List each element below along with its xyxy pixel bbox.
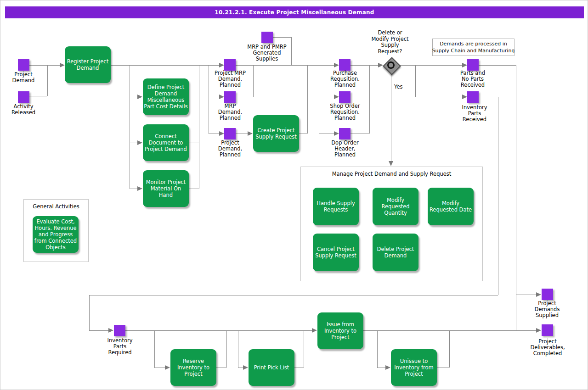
connector-line (398, 65, 463, 66)
activity-handle-supply-requests[interactable]: Handle Supply Requests (313, 188, 359, 225)
connector-line (415, 65, 416, 97)
event-project-mrp-demand-planned[interactable] (224, 59, 236, 71)
connector-line (236, 134, 248, 134)
event-label-purchase-requsition-planned: Purchase Requsition, Planned (311, 70, 379, 88)
connector-line (351, 134, 369, 134)
event-inventory-parts-received[interactable] (467, 91, 479, 103)
arrowhead-icon (137, 186, 142, 191)
activity-issue-from-inventory-to-project[interactable]: Issue from Inventory to Project (317, 312, 363, 349)
connector-line (351, 65, 369, 66)
connector-line (319, 134, 334, 134)
arrowhead-icon (248, 131, 253, 136)
connector-line (319, 97, 334, 97)
arrowhead-icon (334, 95, 339, 99)
arrowhead-icon (378, 63, 383, 67)
activity-define-project-demand-miscellaneous-part-cost-details[interactable]: Define Project Demand Miscellaneous Part… (143, 78, 189, 115)
activity-evaluate-cost-hours-revenue-and-progress-from-connected-objects[interactable]: Evaluate Cost, Hours, Revenue and Progre… (33, 216, 79, 253)
arrowhead-icon (137, 140, 142, 145)
arrowhead-icon (389, 161, 393, 166)
event-label-inventory-parts-received: Inventory Parts Received (440, 105, 509, 123)
activity-print-pick-list[interactable]: Print Pick List (249, 349, 294, 386)
connector-line (391, 72, 391, 162)
event-project-demands-supplied[interactable] (542, 289, 553, 300)
connector-line (29, 65, 60, 66)
event-label-activity-released: Activity Released (0, 104, 58, 116)
connector-line (304, 330, 304, 368)
gateway-question-label: Delete or Modify Project Supply Request? (356, 30, 424, 55)
connector-line (273, 37, 291, 38)
connector-line (351, 97, 369, 97)
activity-register-project-demand[interactable]: Register Project Demand (65, 46, 111, 83)
arrowhead-icon (219, 95, 224, 99)
event-label-project-mrp-demand-planned: Project MRP Demand, Planned (196, 70, 265, 88)
arrowhead-icon (165, 365, 170, 370)
group-general-activities-title: General Activities (24, 203, 88, 210)
event-inventory-parts-required[interactable] (114, 325, 125, 336)
connector-line (294, 368, 304, 368)
connector-line (236, 65, 334, 66)
arrowhead-icon (334, 63, 339, 67)
event-label-project-demands-supplied: Project Demands Supplied (513, 301, 582, 318)
diagram-title: 10.21.2.1. Execute Project Miscellaneous… (215, 9, 374, 16)
event-project-demand-planned[interactable] (224, 128, 236, 139)
activity-modify-requested-date[interactable]: Modify Requested Date (428, 188, 474, 225)
event-shop-order-requsition-planned[interactable] (339, 91, 351, 103)
connector-line (415, 97, 463, 97)
note-demands-processed: Demands are processed in Supply Chain an… (432, 39, 514, 56)
connector-line (226, 330, 227, 368)
activity-connect-document-to-project-demand[interactable]: Connect Document to Project Demand (143, 124, 189, 161)
activity-monitor-project-material-on-hand[interactable]: Monitor Project Material On Hand (143, 170, 189, 207)
activity-unissue-to-inventory-from-project[interactable]: Unissue to Inventory from Project (391, 349, 437, 386)
connector-line (125, 330, 312, 331)
event-label-project-deliverables-completed: Project Deliverables, Completed (513, 339, 582, 357)
activity-delete-project-demand[interactable]: Delete Project Demand (373, 234, 418, 271)
gateway-yes-label: Yes (394, 84, 403, 90)
connector-line (363, 330, 537, 331)
event-dop-order-header-planned[interactable] (339, 128, 351, 139)
connector-line (209, 97, 220, 97)
activity-cancel-project-supply-request[interactable]: Cancel Project Supply Request (313, 234, 359, 271)
event-parts-and-no-parts-received[interactable] (467, 59, 479, 71)
connector-line (437, 368, 449, 368)
connector-line (449, 330, 450, 368)
connector-line (516, 65, 516, 330)
connector-line (236, 97, 253, 97)
group-manage-title: Manage Project Demand and Supply Request (301, 171, 482, 177)
connector-line (209, 134, 220, 134)
activity-create-project-supply-request[interactable]: Create Project Supply Request (253, 115, 299, 152)
connector-line (479, 65, 516, 66)
connector-line (154, 368, 165, 368)
event-purchase-requsition-planned[interactable] (339, 59, 351, 71)
activity-reserve-inventory-to-project[interactable]: Reserve Inventory to Project (170, 349, 216, 386)
diagram-title-bar: 10.21.2.1. Execute Project Miscellaneous… (5, 6, 584, 18)
connector-line (89, 295, 498, 295)
connector-line (130, 97, 138, 97)
event-project-deliverables-completed[interactable] (542, 324, 553, 336)
connector-line (498, 97, 498, 295)
event-label-project-demand: Project Demand (0, 72, 58, 84)
connector-line (154, 330, 155, 368)
event-mrp-demand-planned[interactable] (224, 91, 236, 103)
arrowhead-icon (462, 63, 467, 67)
event-mrp-pmrp-generated-supplies[interactable] (261, 32, 273, 43)
event-label-mrp-pmrp-generated-supplies: MRP and PMRP Generated Supplies (232, 44, 301, 62)
arrowhead-icon (462, 95, 467, 99)
connector-line (238, 330, 238, 368)
connector-line (216, 368, 226, 368)
connector-line (89, 330, 109, 331)
connector-line (130, 143, 138, 143)
arrowhead-icon (312, 328, 317, 333)
event-project-demand[interactable] (18, 59, 29, 71)
activity-modify-requested-quantity[interactable]: Modify Requested Quantity (373, 188, 418, 225)
connector-line (369, 65, 379, 66)
connector-line (29, 96, 47, 96)
arrowhead-icon (536, 328, 541, 333)
arrowhead-icon (219, 131, 224, 136)
arrowhead-icon (137, 95, 142, 99)
connector-line (307, 65, 308, 134)
event-activity-released[interactable] (18, 91, 29, 103)
arrowhead-icon (385, 365, 390, 370)
event-label-shop-order-requsition-planned: Shop Order Requsition, Planned (311, 103, 379, 121)
arrowhead-icon (108, 328, 113, 333)
event-label-inventory-parts-required: Inventory Parts Required (85, 338, 154, 356)
